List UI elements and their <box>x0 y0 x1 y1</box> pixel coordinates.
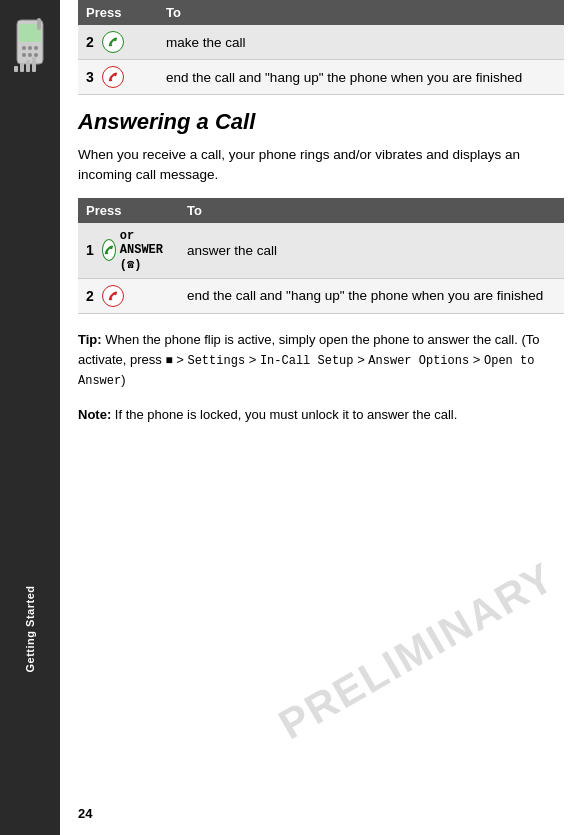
note-body: If the phone is locked, you must unlock … <box>111 407 457 422</box>
answer-row1-press: 1 or ANSWER (☎) <box>78 223 179 279</box>
top-header-press: Press <box>78 0 158 25</box>
answer-row2-action: end the call and "hang up" the phone whe… <box>179 278 564 313</box>
or-answer-text: or ANSWER (☎) <box>120 229 171 272</box>
tip-label: Tip: <box>78 332 102 347</box>
table-row: 3 end the call and "hang up" the phone w… <box>78 60 564 95</box>
svg-rect-8 <box>37 18 41 30</box>
top-row2-action: end the call and "hang up" the phone whe… <box>158 60 564 95</box>
top-table: Press To 2 make the call <box>78 0 564 95</box>
sidebar: Getting Started <box>0 0 60 835</box>
svg-rect-9 <box>14 66 18 72</box>
tip-answer-options: Answer Options <box>368 354 469 368</box>
tip-settings: Settings <box>187 354 245 368</box>
main-content: Press To 2 make the call <box>60 0 582 835</box>
answer-row2-press: 2 <box>78 278 179 313</box>
answer-table-header: Press To <box>78 198 564 223</box>
svg-rect-12 <box>32 57 36 72</box>
svg-point-2 <box>22 46 26 50</box>
sidebar-label: Getting Started <box>0 623 60 635</box>
watermark: PRELIMINARY <box>271 553 563 749</box>
svg-point-7 <box>34 53 38 57</box>
top-row2-press: 3 <box>78 60 158 95</box>
tip-menu-icon: ■ <box>165 354 172 368</box>
svg-point-5 <box>22 53 26 57</box>
svg-point-4 <box>34 46 38 50</box>
section-heading: Answering a Call <box>78 109 564 135</box>
table-row: 1 or ANSWER (☎) answer the call <box>78 223 564 279</box>
answer-row1-action: answer the call <box>179 223 564 279</box>
svg-point-6 <box>28 53 32 57</box>
tip-section: Tip: When the phone flip is active, simp… <box>78 330 564 391</box>
top-header-to: To <box>158 0 564 25</box>
table-row: 2 end the call and "hang up" the phone w… <box>78 278 564 313</box>
answer-call-icon <box>102 239 116 261</box>
call-end-icon <box>102 66 124 88</box>
answer-table: Press To 1 or ANSWER (☎) <box>78 198 564 314</box>
phone-graphic <box>9 18 51 79</box>
answer-header-press: Press <box>78 198 179 223</box>
tip-body: When the phone flip is active, simply op… <box>78 332 540 388</box>
page-number: 24 <box>78 806 92 821</box>
top-table-header: Press To <box>78 0 564 25</box>
svg-rect-10 <box>20 63 24 72</box>
section-intro: When you receive a call, your phone ring… <box>78 145 564 186</box>
table-row: 2 make the call <box>78 25 564 60</box>
svg-point-3 <box>28 46 32 50</box>
call-send-icon <box>102 31 124 53</box>
note-label: Note: <box>78 407 111 422</box>
answer-header-to: To <box>179 198 564 223</box>
tip-in-call-setup: In-Call Setup <box>260 354 354 368</box>
note-section: Note: If the phone is locked, you must u… <box>78 405 564 425</box>
end-call-icon-2 <box>102 285 124 307</box>
svg-rect-11 <box>26 60 30 72</box>
top-row1-press: 2 <box>78 25 158 60</box>
top-row1-action: make the call <box>158 25 564 60</box>
